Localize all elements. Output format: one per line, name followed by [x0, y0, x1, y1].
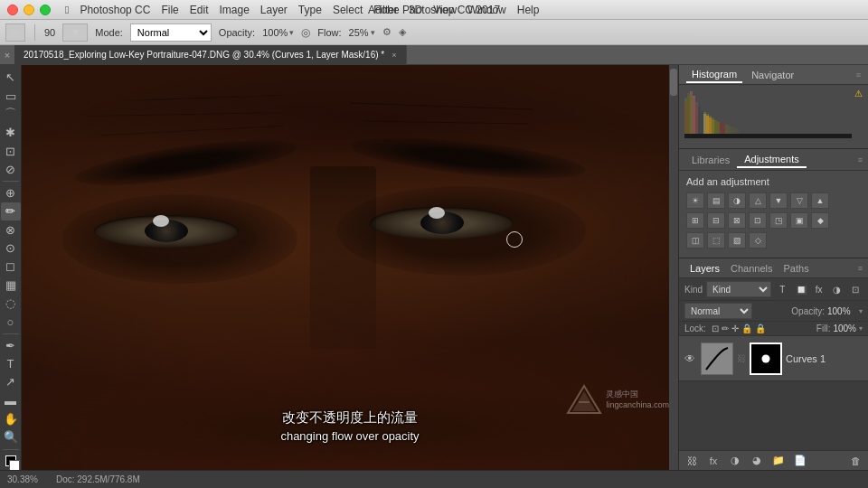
menu-help[interactable]: Help: [517, 4, 540, 16]
histogram-collapse[interactable]: ≡: [856, 70, 861, 80]
menu-select[interactable]: Select: [333, 4, 363, 16]
add-style-btn[interactable]: fx: [704, 453, 722, 469]
opacity-stepper[interactable]: ▾: [289, 28, 294, 37]
path-select-tool[interactable]: ↗: [1, 373, 21, 390]
lock-position-icon[interactable]: ✛: [731, 324, 739, 333]
stamp-tool[interactable]: ⊗: [1, 221, 21, 239]
adj-btn-10[interactable]: ◇: [749, 232, 767, 249]
curves-adj-btn[interactable]: ◑: [728, 192, 746, 209]
menu-image[interactable]: Image: [219, 4, 249, 16]
navigator-tab[interactable]: Navigator: [746, 68, 799, 82]
adj-collapse[interactable]: ≡: [858, 155, 863, 164]
colorbal-adj-btn[interactable]: ▲: [811, 192, 829, 209]
flow-stepper[interactable]: ▾: [371, 28, 375, 37]
maximize-button[interactable]: [40, 5, 51, 15]
history-brush-tool[interactable]: ⊙: [1, 239, 21, 257]
menu-file[interactable]: File: [161, 4, 178, 16]
posterize-adj-btn[interactable]: ▣: [790, 212, 808, 229]
tab-scroll-left[interactable]: ×: [0, 50, 14, 61]
layer-mask-thumbnail[interactable]: [750, 343, 782, 375]
histogram-tab[interactable]: Histogram: [686, 67, 742, 83]
paths-tab[interactable]: Paths: [778, 261, 815, 276]
menu-photoshop[interactable]: Photoshop CC: [80, 4, 150, 16]
opacity-arrow[interactable]: ▾: [859, 307, 863, 315]
add-mask-btn[interactable]: ◑: [726, 453, 744, 469]
close-button[interactable]: [7, 5, 18, 15]
layer-kind-icon-1[interactable]: T: [775, 282, 789, 296]
gradient-adj-btn[interactable]: ◫: [686, 232, 704, 249]
eraser-tool[interactable]: ◻: [1, 258, 21, 275]
smoothing-icon[interactable]: ⚙: [382, 26, 392, 38]
layer-curves-1[interactable]: 👁 ⛓ Curves 1: [679, 336, 868, 381]
layer-link-icon[interactable]: ⛓: [737, 353, 746, 363]
vibrance-adj-btn[interactable]: ▼: [769, 192, 788, 209]
new-group-btn[interactable]: 📁: [769, 453, 788, 469]
canvas-scrollbar[interactable]: [669, 65, 678, 470]
layer-visibility-toggle[interactable]: 👁: [683, 352, 697, 366]
menu-apple[interactable]: : [65, 4, 69, 16]
menu-edit[interactable]: Edit: [190, 4, 209, 16]
bw-adj-btn[interactable]: ⊞: [686, 212, 704, 229]
canvas-area[interactable]: 改变不透明度上的流量 changing flow over opacity 灵感…: [22, 65, 678, 470]
threshold-adj-btn[interactable]: ◆: [811, 212, 829, 229]
exposure-adj-btn[interactable]: △: [749, 192, 767, 209]
photofilter-adj-btn[interactable]: ⊟: [707, 212, 725, 229]
menu-type[interactable]: Type: [298, 4, 322, 16]
mode-select[interactable]: Normal: [130, 23, 212, 42]
lasso-tool[interactable]: ⌒: [1, 106, 21, 123]
layer-kind-icon-4[interactable]: ◑: [830, 282, 844, 296]
airbrush-icon[interactable]: ◎: [301, 26, 310, 39]
hand-tool[interactable]: ✋: [1, 410, 21, 427]
link-layers-btn[interactable]: ⛓: [683, 453, 701, 469]
crop-tool[interactable]: ⊡: [1, 142, 21, 159]
traffic-lights[interactable]: [7, 5, 51, 15]
lock-all-icon[interactable]: 🔒: [755, 324, 766, 333]
blur-tool[interactable]: ◌: [1, 295, 21, 312]
hsl-adj-btn[interactable]: ▽: [790, 192, 808, 209]
kind-select[interactable]: Kind: [706, 281, 771, 297]
zoom-tool[interactable]: 🔍: [1, 428, 21, 446]
new-adjustment-btn[interactable]: ◕: [748, 453, 766, 469]
lock-transparent-icon[interactable]: ⊡: [712, 324, 719, 333]
blend-mode-select[interactable]: Normal: [684, 303, 752, 319]
tab-close-btn[interactable]: ×: [392, 51, 396, 60]
adj-btn-9[interactable]: ▧: [728, 232, 746, 249]
layers-collapse[interactable]: ≡: [858, 264, 863, 273]
eyedropper-tool[interactable]: ⊘: [1, 161, 21, 178]
colorlookup-adj-btn[interactable]: ⊡: [749, 212, 767, 229]
layer-kind-icon-5[interactable]: ⊡: [848, 282, 863, 296]
extra-tool-icon[interactable]: ◈: [399, 26, 406, 38]
dodge-tool[interactable]: ○: [1, 313, 21, 330]
brush-preset-picker[interactable]: ▾: [62, 23, 88, 42]
delete-layer-btn[interactable]: 🗑: [846, 453, 864, 469]
adjustments-tab[interactable]: Adjustments: [737, 152, 807, 168]
layer-kind-icon-2[interactable]: 🔲: [793, 282, 807, 296]
document-tab[interactable]: 20170518_Exploring Low-Key Portraiture-0…: [14, 45, 407, 65]
channels-tab[interactable]: Channels: [725, 261, 778, 276]
lock-image-icon[interactable]: ✏: [722, 324, 729, 333]
selectcolor-adj-btn[interactable]: ⬚: [707, 232, 725, 249]
brightness-adj-btn[interactable]: ☀: [686, 192, 704, 209]
scrollbar-thumb[interactable]: [670, 69, 677, 96]
brush-tool-icon[interactable]: ✏: [5, 23, 25, 42]
text-tool[interactable]: T: [1, 355, 21, 372]
healing-tool[interactable]: ⊕: [1, 184, 21, 202]
quick-select-tool[interactable]: ✱: [1, 124, 21, 141]
brush-tool active[interactable]: ✏: [1, 202, 21, 220]
new-layer-btn[interactable]: 📄: [791, 453, 809, 469]
libraries-tab[interactable]: Libraries: [684, 153, 737, 167]
foreground-color[interactable]: [1, 453, 21, 470]
move-tool[interactable]: ↖: [1, 69, 21, 86]
histogram-warning[interactable]: ⚠: [854, 89, 863, 99]
lock-artboard-icon[interactable]: 🔒: [741, 324, 752, 333]
pen-tool[interactable]: ✒: [1, 337, 21, 354]
minimize-button[interactable]: [24, 5, 34, 15]
levels-adj-btn[interactable]: ▤: [707, 192, 725, 209]
layers-tab[interactable]: Layers: [684, 261, 725, 276]
selection-tool[interactable]: ▭: [1, 87, 21, 104]
layer-kind-icon-3[interactable]: fx: [812, 282, 826, 296]
fill-arrow[interactable]: ▾: [859, 324, 863, 333]
menu-layer[interactable]: Layer: [260, 4, 288, 16]
invert-adj-btn[interactable]: ◳: [769, 212, 788, 229]
channelmix-adj-btn[interactable]: ⊠: [728, 212, 746, 229]
